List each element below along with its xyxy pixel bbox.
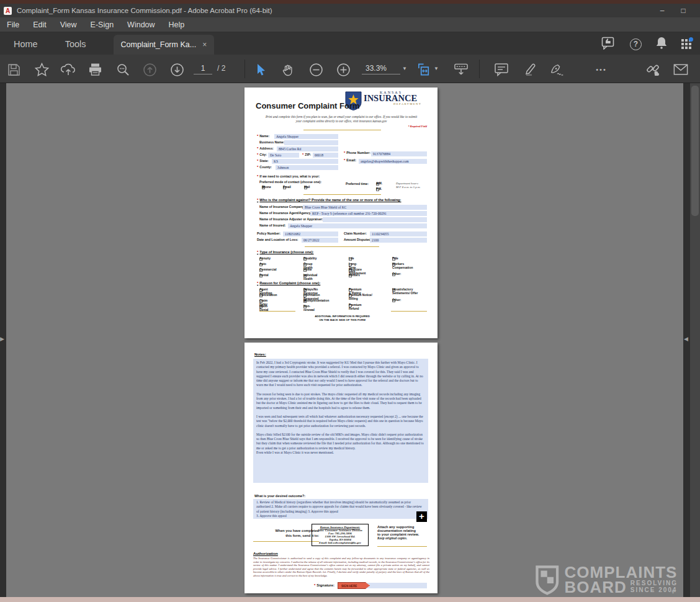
maximize-button[interactable]: □ <box>673 4 694 17</box>
page-number-input[interactable]: 1 <box>194 62 212 74</box>
agent-agency-field[interactable]: REP - Tracy S (reference call number 231… <box>310 211 427 216</box>
phone-field[interactable]: 9137076884 <box>371 151 427 156</box>
email-label: Email: <box>344 158 356 162</box>
feedback-icon[interactable] <box>601 37 616 52</box>
zoom-out-icon[interactable] <box>308 62 323 77</box>
menu-file[interactable]: File <box>0 17 26 32</box>
more-tools-icon[interactable]: ••• <box>591 62 612 77</box>
outcome-heading: What is your desired outcome?: <box>254 494 305 498</box>
checkbox-type[interactable]: Disability <box>303 257 307 261</box>
checkbox-type[interactable]: Renters <box>349 274 352 277</box>
hand-tool-icon[interactable] <box>280 62 295 77</box>
checkbox-reason[interactable]: Misrepresentation <box>303 299 307 303</box>
checkbox-reason[interactable]: Claim Delay <box>259 299 262 303</box>
amount-disputed-field[interactable]: 2100 <box>370 238 427 243</box>
email-field[interactable]: angelas@shopwiththeshopper.com <box>359 159 427 164</box>
checkbox-time-am[interactable]: A.M. <box>376 182 379 186</box>
menu-esign[interactable]: E-Sign <box>84 17 121 32</box>
expand-left-panel-icon[interactable]: ▶ <box>0 336 4 342</box>
address-field[interactable]: 8845 Corliss Rd <box>277 146 338 151</box>
outcome-field[interactable]: 1. Review of Medical history (regardless… <box>253 499 428 519</box>
checkbox-type[interactable]: Other: <box>392 272 395 276</box>
checkbox-reason[interactable]: Delays/No Response <box>303 288 307 292</box>
checkbox-reason[interactable]: Other: <box>392 299 395 302</box>
checkbox-time-pm[interactable]: P.M. <box>376 187 379 191</box>
checkbox-type[interactable]: Long-Term Care <box>349 263 352 266</box>
checkbox-reason[interactable]: Premium & Rating <box>349 288 352 292</box>
help-icon[interactable]: ? <box>630 38 642 50</box>
checkbox-reason[interactable]: Claim Denial <box>259 305 262 308</box>
print-icon[interactable] <box>88 62 102 77</box>
select-tool-icon[interactable] <box>253 62 268 77</box>
apps-grid-icon[interactable] <box>681 39 691 49</box>
name-field[interactable]: Angela Shopper <box>274 134 338 139</box>
share-upload-icon[interactable] <box>61 62 76 77</box>
previous-page-icon[interactable] <box>142 62 157 77</box>
menu-help[interactable]: Help <box>162 17 192 32</box>
checkbox-reason[interactable]: Cancellation <box>259 294 262 297</box>
favorite-star-icon[interactable] <box>34 62 49 77</box>
zip-field[interactable]: 66018 <box>313 153 338 158</box>
checkbox-type[interactable]: Workers Compensation <box>392 263 420 266</box>
policy-number-field[interactable]: 118031682 <box>283 231 338 236</box>
checkbox-type[interactable]: Individual Health <box>303 274 307 277</box>
checkbox-reason[interactable]: Information Requested <box>303 294 307 297</box>
email-icon[interactable] <box>673 62 688 77</box>
city-field[interactable]: De Soto <box>268 153 299 158</box>
checkbox-type[interactable]: Medicare Supplement <box>349 268 352 272</box>
checkbox-reason[interactable]: Premium Notice/ Billing <box>349 294 374 297</box>
minimize-button[interactable]: – <box>652 4 673 17</box>
business-name-field[interactable] <box>284 140 338 145</box>
highlight-icon[interactable] <box>522 62 537 77</box>
search-icon[interactable] <box>115 62 130 77</box>
state-field[interactable]: KS <box>272 159 338 164</box>
expand-plus-icon[interactable]: + <box>416 511 427 522</box>
checkbox-reason[interactable]: Agent Handling <box>259 288 262 292</box>
zoom-dropdown-caret-icon[interactable]: ▼ <box>402 66 407 71</box>
checkbox-reason[interactable]: Premium Refund <box>349 303 352 307</box>
next-page-icon[interactable] <box>169 62 184 77</box>
expand-right-panel-icon[interactable]: ◀ <box>684 336 688 342</box>
checkbox-reason[interactable]: Unsatisfactory Settlements/ Offer <box>392 288 422 292</box>
claim-number-field[interactable]: 1110234055 <box>370 231 427 236</box>
checkbox-mode-email[interactable]: Email <box>283 186 286 189</box>
fit-dropdown-caret-icon[interactable]: ▼ <box>434 66 439 71</box>
checkbox-mode-phone[interactable]: Phone <box>262 186 265 189</box>
fill-sign-icon[interactable] <box>549 62 564 77</box>
comment-icon[interactable] <box>494 62 509 77</box>
insurance-company-field[interactable]: Blue Cross Blue Shield of KC <box>303 205 427 210</box>
notifications-bell-icon[interactable] <box>655 36 668 52</box>
checkbox-type[interactable]: Auto <box>259 263 262 266</box>
scrollbar-thumb[interactable] <box>691 86 699 216</box>
checkbox-type[interactable]: Commercial <box>259 268 262 272</box>
reading-mode-icon[interactable] <box>454 62 469 77</box>
notes-field[interactable]: In Feb 2022, I had a 3rd Cryptogenic str… <box>253 359 428 483</box>
zoom-level-input[interactable]: 33.3% <box>362 62 400 74</box>
menu-view[interactable]: View <box>53 17 84 32</box>
save-icon[interactable] <box>6 62 21 77</box>
insured-field[interactable]: Angela Shopper <box>288 223 427 228</box>
tab-home[interactable]: Home <box>0 34 52 55</box>
checkbox-reason[interactable]: Non-renewal <box>303 305 307 308</box>
tab-document[interactable]: Complaint_Form Ka... × <box>114 35 215 55</box>
county-field[interactable]: Johnson <box>276 165 338 170</box>
checkbox-type[interactable]: Dental <box>259 274 262 277</box>
checkbox-type[interactable]: Home <box>303 268 307 272</box>
adjuster-field[interactable] <box>323 217 427 222</box>
notes-paragraph: The reason for being seen is due to past… <box>256 392 425 410</box>
menu-edit[interactable]: Edit <box>26 17 53 32</box>
share-link-icon[interactable] <box>645 62 660 77</box>
sign-here-tag[interactable]: SIGN HERE <box>338 582 370 589</box>
checkbox-type[interactable]: Group Health <box>303 263 307 266</box>
checkbox-mode-mail[interactable]: Mail <box>304 186 307 189</box>
fit-width-icon[interactable] <box>417 62 432 77</box>
close-tab-icon[interactable]: × <box>202 40 207 49</box>
tab-tools[interactable]: Tools <box>52 34 100 55</box>
menu-window[interactable]: Window <box>120 17 161 32</box>
zoom-in-icon[interactable] <box>336 62 351 77</box>
checkbox-type[interactable]: Title <box>392 257 395 261</box>
checkbox-type[interactable]: Life <box>349 257 352 261</box>
titlebar: A Complaint_Form Kansas Insurance Commis… <box>0 4 700 17</box>
checkbox-type[interactable]: Annuity <box>259 257 262 261</box>
loss-field[interactable]: 06/27/2022 <box>302 238 338 243</box>
